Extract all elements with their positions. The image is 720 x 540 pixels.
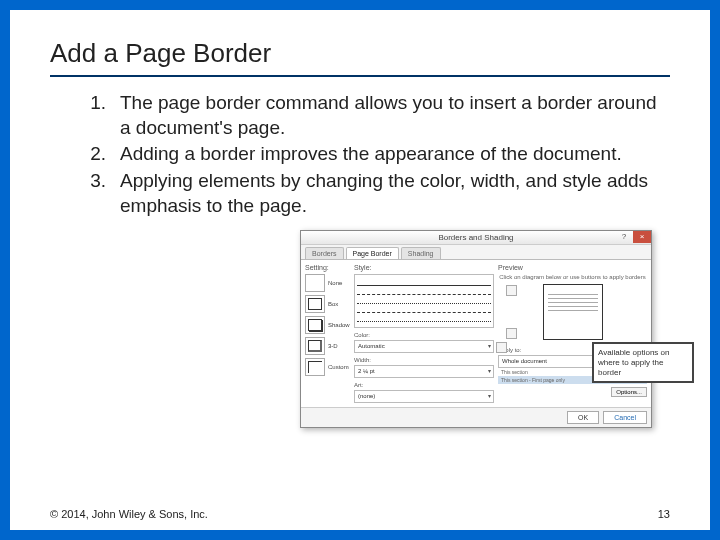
width-dropdown[interactable]: 2 ¼ pt [354,365,494,378]
preview-canvas [498,283,647,341]
art-label: Art: [354,382,494,388]
style-line-dotted [357,298,491,304]
none-icon [305,274,325,292]
box-icon [305,295,325,313]
preview-note: Click on diagram below or use buttons to… [498,274,647,280]
style-label: Style: [354,264,494,271]
preview-page-icon[interactable] [543,284,603,340]
slide-footer: © 2014, John Wiley & Sons, Inc. 13 [50,508,670,520]
style-line-dashed [357,289,491,295]
list-text: Applying elements by changing the color,… [120,169,670,218]
preview-label: Preview [498,264,647,271]
callout-text: Available options on where to apply the … [592,342,694,383]
setting-none[interactable]: None [305,274,350,292]
list-item: 2. Adding a border improves the appearan… [80,142,670,167]
color-dropdown[interactable]: Automatic [354,340,494,353]
slide: Add a Page Border 1. The page border com… [0,0,720,540]
tab-page-border[interactable]: Page Border [346,247,399,259]
custom-icon [305,358,325,376]
list-text: Adding a border improves the appearance … [120,142,670,167]
color-label: Color: [354,332,494,338]
edge-top-button[interactable] [506,285,517,296]
numbered-list: 1. The page border command allows you to… [50,91,670,218]
shadow-icon [305,316,325,334]
dialog-title-text: Borders and Shading [438,233,513,242]
list-number: 1. [80,91,106,140]
list-item: 3. Applying elements by changing the col… [80,169,670,218]
tab-borders[interactable]: Borders [305,247,344,259]
content-area: Add a Page Border 1. The page border com… [10,10,710,428]
dialog-footer: OK Cancel [301,407,651,427]
list-number: 2. [80,142,106,167]
page-title: Add a Page Border [50,38,670,69]
setting-3d[interactable]: 3-D [305,337,350,355]
setting-shadow[interactable]: Shadow [305,316,350,334]
dialog-wrapper: Borders and Shading ? × Borders Page Bor… [300,230,680,428]
close-button[interactable]: × [633,231,651,243]
ok-button[interactable]: OK [567,411,599,424]
dialog-body: Setting: None Box Shadow [301,260,651,407]
setting-column: Setting: None Box Shadow [305,264,350,403]
cancel-button[interactable]: Cancel [603,411,647,424]
setting-label: Setting: [305,264,350,271]
borders-shading-dialog: Borders and Shading ? × Borders Page Bor… [300,230,652,428]
tab-strip: Borders Page Border Shading [301,245,651,260]
style-line-dotted2 [357,316,491,322]
page-number: 13 [658,508,670,520]
style-line-dashed2 [357,307,491,313]
copyright-text: © 2014, John Wiley & Sons, Inc. [50,508,208,520]
setting-custom[interactable]: Custom [305,358,350,376]
list-text: The page border command allows you to in… [120,91,670,140]
threed-icon [305,337,325,355]
edge-left-button[interactable] [496,342,507,353]
style-line-solid [357,280,491,286]
width-label: Width: [354,357,494,363]
edge-bottom-button[interactable] [506,328,517,339]
list-item: 1. The page border command allows you to… [80,91,670,140]
tab-shading[interactable]: Shading [401,247,441,259]
style-list[interactable] [354,274,494,328]
art-dropdown[interactable]: (none) [354,390,494,403]
style-column: Style: Color: Automatic Width: 2 ¼ pt A [354,264,494,403]
options-button[interactable]: Options... [611,387,647,397]
list-number: 3. [80,169,106,218]
dialog-titlebar: Borders and Shading ? × [301,231,651,245]
setting-box[interactable]: Box [305,295,350,313]
help-button[interactable]: ? [617,231,631,243]
title-underline [50,75,670,77]
